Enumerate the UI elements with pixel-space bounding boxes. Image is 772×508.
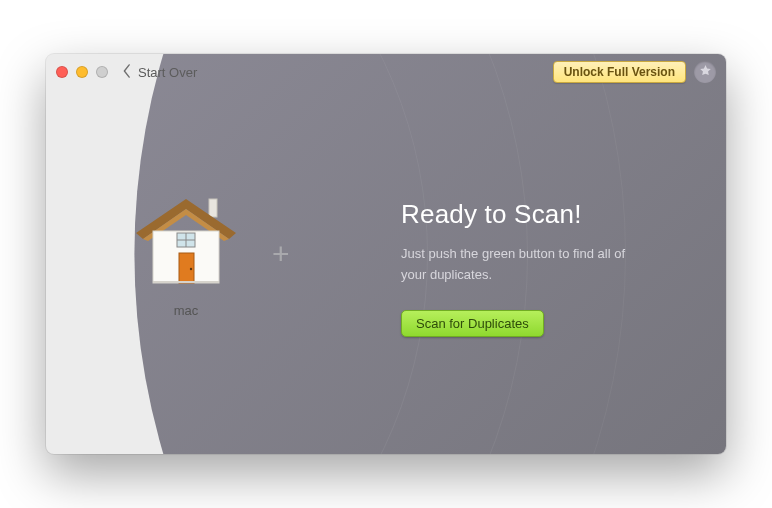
start-over-button[interactable]: Start Over bbox=[122, 64, 197, 81]
folder-label: mac bbox=[174, 303, 199, 318]
svg-rect-0 bbox=[209, 199, 217, 217]
plus-icon: + bbox=[272, 237, 290, 270]
page-title: Ready to Scan! bbox=[401, 199, 701, 230]
folder-item[interactable]: mac bbox=[131, 191, 241, 318]
svg-rect-9 bbox=[153, 281, 219, 283]
unlock-full-version-button[interactable]: Unlock Full Version bbox=[553, 61, 686, 83]
fullscreen-window-button[interactable] bbox=[96, 66, 108, 78]
close-window-button[interactable] bbox=[56, 66, 68, 78]
star-icon bbox=[699, 63, 712, 81]
app-window: Start Over Unlock Full Version bbox=[46, 54, 726, 454]
window-controls bbox=[56, 66, 108, 78]
svg-point-8 bbox=[190, 267, 192, 269]
minimize-window-button[interactable] bbox=[76, 66, 88, 78]
titlebar: Start Over Unlock Full Version bbox=[46, 54, 726, 90]
svg-rect-7 bbox=[179, 253, 194, 283]
page-subtitle: Just push the green button to find all o… bbox=[401, 244, 651, 286]
start-over-label: Start Over bbox=[138, 65, 197, 80]
add-folder-button[interactable]: + bbox=[272, 237, 290, 271]
main-content: Ready to Scan! Just push the green butto… bbox=[401, 199, 701, 337]
home-folder-icon bbox=[131, 191, 241, 295]
chevron-left-icon bbox=[122, 64, 132, 81]
scan-for-duplicates-button[interactable]: Scan for Duplicates bbox=[401, 310, 544, 337]
favorites-button[interactable] bbox=[694, 61, 716, 83]
